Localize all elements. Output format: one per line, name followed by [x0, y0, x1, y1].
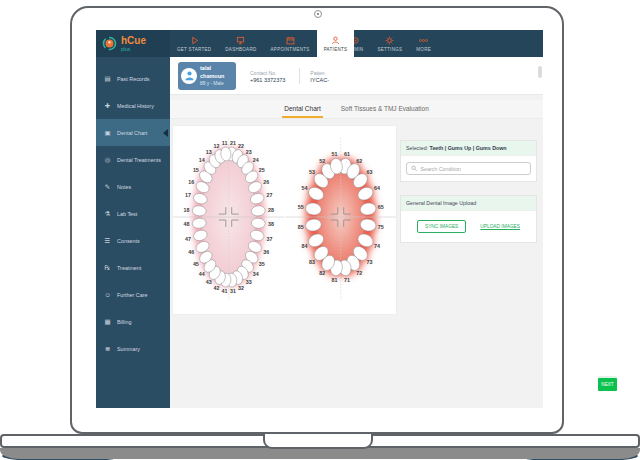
nav-item-settings[interactable]: SETTINGS — [370, 30, 409, 57]
patient-info-bar: talal chamoun 88 y - Male Contact No. +9… — [170, 57, 543, 95]
nav-item-label: SETTINGS — [377, 47, 402, 52]
tooth-number: 17 — [185, 192, 191, 198]
tooth-number: 63 — [366, 169, 372, 175]
tooth-number: 55 — [297, 204, 303, 210]
tooth-number: 45 — [193, 261, 199, 267]
notes-icon: ✎ — [103, 183, 112, 191]
tooth-number: 38 — [268, 221, 274, 227]
image-upload-panel: General Dental Image Upload SYNC IMAGES … — [400, 195, 537, 243]
sidebar-item-label: Further Care — [117, 292, 148, 298]
upload-panel-header: General Dental Image Upload — [401, 196, 536, 211]
patient-name: talal chamoun — [200, 65, 233, 80]
sidebar-item-further-care[interactable]: ☺Further Care — [96, 281, 170, 308]
tooth-number: 47 — [185, 236, 191, 242]
play-icon — [190, 36, 199, 45]
nav-item-label: DASHBOARD — [225, 47, 256, 52]
sidebar-item-label: Past Records — [117, 76, 149, 82]
tooth-number: 34 — [253, 271, 259, 277]
sidebar-item-label: Treatment — [117, 265, 141, 271]
tooth-number: 14 — [199, 157, 205, 163]
tab-dental-chart[interactable]: Dental Chart — [282, 100, 323, 118]
sidebar-item-consents[interactable]: ☰Consents — [96, 227, 170, 254]
sidebar-item-treatment[interactable]: ℞Treatment — [96, 254, 170, 281]
dental-treatments-icon: ◎ — [103, 156, 112, 164]
sidebar-item-lab-test[interactable]: ⚗Lab Test — [96, 200, 170, 227]
sidebar-item-billing[interactable]: ▦Billing — [96, 308, 170, 335]
dental-chart-content: Dental ChartSoft Tissues & TMJ Evaluatio… — [170, 95, 543, 408]
sidebar-item-past-records[interactable]: ▤Past Records — [96, 65, 170, 92]
nav-item-get-started[interactable]: GET STARTED — [170, 30, 218, 57]
tooth-number: 74 — [373, 243, 379, 249]
tooth-number: 23 — [246, 149, 252, 155]
pediatric-dental-chart[interactable]: 6162636465757473727181828384855554535251 — [285, 126, 397, 314]
tooth-number: 46 — [188, 249, 194, 255]
tooth-number: 84 — [301, 243, 307, 249]
tooth-number: 42 — [213, 285, 219, 291]
tab-soft-tissues-tmj-evaluation[interactable]: Soft Tissues & TMJ Evaluation — [339, 100, 431, 118]
nav-items: GET STARTEDDASHBOARDAPPOINTMENTSPATIENTS… — [170, 30, 438, 57]
tooth-number: 61 — [344, 151, 350, 157]
tooth-number: 28 — [268, 207, 274, 213]
gear-icon — [385, 36, 394, 45]
tooth-number: 65 — [377, 204, 383, 210]
tooth-number: 81 — [331, 277, 337, 283]
laptop-base-notch — [263, 434, 373, 449]
nav-item-label: MORE — [416, 47, 431, 52]
nav-item-dashboard[interactable]: DASHBOARD — [218, 30, 263, 57]
app-logo[interactable]: hCue plus — [96, 30, 170, 57]
tooth-number: 83 — [309, 259, 315, 265]
nav-item-label: GET STARTED — [177, 47, 211, 52]
tooth-number: 72 — [356, 270, 362, 276]
person-icon — [331, 36, 340, 45]
sidebar-item-notes[interactable]: ✎Notes — [96, 173, 170, 200]
further-care-icon: ☺ — [103, 291, 112, 298]
logo-name: hCue — [121, 36, 146, 46]
tooth-number: 31 — [230, 288, 236, 294]
tooth-number: 48 — [183, 221, 189, 227]
tooth-number: 71 — [344, 277, 350, 283]
hcue-logo-icon — [102, 36, 117, 51]
tooth-number: 54 — [301, 185, 307, 191]
next-button[interactable]: NEXT — [598, 378, 617, 391]
search-condition-input[interactable] — [420, 166, 526, 172]
consents-icon: ☰ — [103, 237, 112, 245]
tooth-number: 43 — [206, 279, 212, 285]
tooth-number: 26 — [263, 179, 269, 185]
tooth-number: 16 — [188, 179, 194, 185]
patient-card[interactable]: talal chamoun 88 y - Male — [178, 62, 236, 90]
past-records-icon: ▤ — [103, 75, 112, 83]
sidebar-item-label: Medical History — [117, 103, 154, 109]
selected-value: Teeth | Gums Up | Gums Down — [430, 145, 507, 151]
sidebar-item-dental-chart[interactable]: ▣Dental Chart — [96, 119, 170, 146]
sidebar-item-medical-history[interactable]: ✚Medical History — [96, 92, 170, 119]
tooth-number: 18 — [183, 207, 189, 213]
upload-images-link[interactable]: UPLOAD IMAGES — [480, 224, 520, 229]
tooth-number: 32 — [238, 285, 244, 291]
tooth-number: 53 — [309, 169, 315, 175]
tooth-number: 25 — [259, 167, 265, 173]
tabs-row: Dental ChartSoft Tissues & TMJ Evaluatio… — [170, 100, 543, 119]
tooth-number: 82 — [319, 270, 325, 276]
sidebar-item-label: Billing — [117, 319, 131, 325]
dental-charts-card: 2122232425262728383736353433323141424344… — [172, 125, 397, 315]
webcam-icon — [314, 10, 322, 18]
nav-item-more[interactable]: MORE — [409, 30, 438, 57]
treatment-icon: ℞ — [103, 264, 112, 272]
medical-history-icon: ✚ — [103, 102, 112, 110]
sidebar-item-dental-treatments[interactable]: ◎Dental Treatments — [96, 146, 170, 173]
search-icon — [411, 165, 417, 172]
sidebar-item-label: Dental Treatments — [117, 157, 161, 163]
top-navigation-bar: hCue plus GET STARTEDDASHBOARDAPPOINTMEN… — [96, 30, 543, 57]
nav-item-appointments[interactable]: APPOINTMENTS — [264, 30, 317, 57]
tooth-number: 75 — [377, 224, 383, 230]
tooth-number: 36 — [263, 249, 269, 255]
scrollbar-thumb[interactable] — [538, 66, 542, 78]
sidebar-item-label: Lab Test — [117, 211, 137, 217]
summary-icon: ≣ — [103, 345, 112, 353]
tooth-number: 73 — [366, 259, 372, 265]
sync-images-button[interactable]: SYNC IMAGES — [417, 220, 466, 233]
sidebar-item-summary[interactable]: ≣Summary — [96, 335, 170, 362]
search-condition-box — [406, 162, 531, 175]
adult-dental-chart[interactable]: 2122232425262728383736353433323141424344… — [173, 126, 285, 314]
nav-item-patients[interactable]: PATIENTS — [317, 27, 355, 57]
